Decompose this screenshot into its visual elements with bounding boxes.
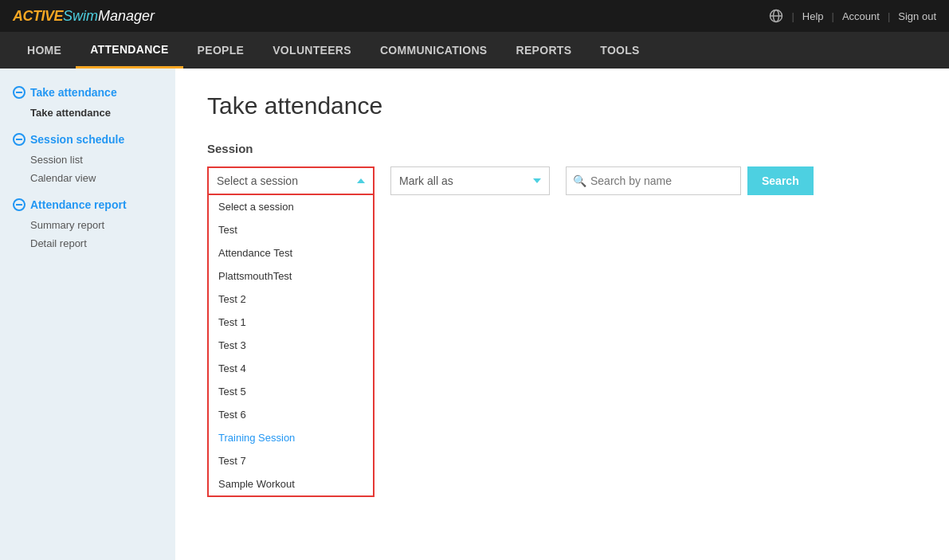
dropdown-item-7[interactable]: Test 4	[209, 357, 373, 380]
nav-attendance[interactable]: ATTENDANCE	[76, 32, 182, 69]
sidebar-section-take-attendance: Take attendance Take attendance	[0, 81, 175, 122]
mark-all-label: Mark all as	[399, 174, 453, 187]
search-button[interactable]: Search	[747, 166, 814, 195]
session-dropdown-button[interactable]: Select a session	[207, 166, 375, 195]
account-link[interactable]: Account	[842, 10, 880, 22]
sidebar-section-session-schedule: Session schedule Session list Calendar v…	[0, 128, 175, 187]
sidebar-circle-icon-3	[13, 198, 25, 211]
top-bar: ACTIVE Swim Manager | Help | Account | S…	[0, 0, 949, 32]
dropdown-item-6[interactable]: Test 3	[209, 334, 373, 357]
chevron-down-icon	[533, 178, 541, 183]
dropdown-item-1[interactable]: Test	[209, 218, 373, 241]
sidebar: Take attendance Take attendance Session …	[0, 69, 175, 560]
dropdown-item-5[interactable]: Test 1	[209, 311, 373, 334]
dropdown-item-12[interactable]: Sample Workout	[209, 472, 373, 495]
main-content: Take attendance Session Select a session…	[175, 69, 949, 560]
logo-active: ACTIVE	[13, 8, 63, 25]
controls-row: Select a session Select a session Test A…	[207, 166, 917, 195]
session-dropdown-selected-label: Select a session	[217, 174, 298, 187]
nav-volunteers[interactable]: VOLUNTEERS	[258, 32, 366, 69]
signout-link[interactable]: Sign out	[898, 10, 936, 22]
sidebar-circle-icon-2	[13, 133, 25, 146]
sidebar-parent-label-2: Session schedule	[30, 133, 124, 146]
nav-home[interactable]: HOME	[13, 32, 76, 69]
sidebar-circle-icon	[13, 86, 25, 99]
logo: ACTIVE Swim Manager	[13, 8, 155, 25]
nav-reports[interactable]: REPORTS	[502, 32, 586, 69]
dropdown-item-8[interactable]: Test 5	[209, 380, 373, 403]
nav-people[interactable]: PEOPLE	[183, 32, 259, 69]
logo-swim: Swim	[63, 8, 98, 25]
nav-tools[interactable]: TOOLS	[586, 32, 653, 69]
sidebar-parent-attendance-report[interactable]: Attendance report	[0, 194, 175, 216]
dropdown-item-2[interactable]: Attendance Test	[209, 241, 373, 264]
page-title: Take attendance	[207, 92, 917, 119]
search-wrapper: 🔍 Search	[566, 166, 814, 195]
session-dropdown-wrapper: Select a session Select a session Test A…	[207, 166, 375, 195]
dropdown-item-4[interactable]: Test 2	[209, 288, 373, 311]
sidebar-child-detail-report[interactable]: Detail report	[0, 234, 175, 253]
sidebar-section-attendance-report: Attendance report Summary report Detail …	[0, 194, 175, 253]
search-input[interactable]	[566, 166, 741, 195]
session-section-label: Session	[207, 142, 917, 155]
sidebar-parent-session-schedule[interactable]: Session schedule	[0, 128, 175, 151]
sidebar-child-session-list[interactable]: Session list	[0, 151, 175, 169]
mark-all-button[interactable]: Mark all as	[390, 166, 550, 195]
logo-manager: Manager	[98, 8, 155, 25]
top-right-links: | Help | Account | Sign out	[769, 9, 936, 23]
chevron-up-icon	[357, 178, 365, 183]
dropdown-item-9[interactable]: Test 6	[209, 403, 373, 426]
dropdown-item-3[interactable]: PlattsmouthTest	[209, 264, 373, 288]
sidebar-parent-take-attendance[interactable]: Take attendance	[0, 81, 175, 104]
sidebar-parent-label: Take attendance	[30, 86, 117, 99]
layout: Take attendance Take attendance Session …	[0, 69, 949, 560]
help-link[interactable]: Help	[802, 10, 824, 22]
sidebar-child-take-attendance[interactable]: Take attendance	[0, 104, 175, 122]
dropdown-item-11[interactable]: Test 7	[209, 449, 373, 472]
dropdown-item-0[interactable]: Select a session	[209, 195, 373, 218]
globe-icon	[769, 9, 783, 23]
mark-all-wrapper: Mark all as	[390, 166, 550, 195]
nav-communications[interactable]: COMMUNICATIONS	[366, 32, 502, 69]
sidebar-child-summary-report[interactable]: Summary report	[0, 216, 175, 234]
session-dropdown-list: Select a session Test Attendance Test Pl…	[207, 195, 375, 497]
search-icon: 🔍	[573, 174, 586, 187]
sidebar-child-calendar-view[interactable]: Calendar view	[0, 169, 175, 187]
sidebar-parent-label-3: Attendance report	[30, 198, 127, 211]
search-input-wrap: 🔍	[566, 166, 741, 195]
nav-bar: HOME ATTENDANCE PEOPLE VOLUNTEERS COMMUN…	[0, 32, 949, 69]
dropdown-item-10[interactable]: Training Session	[209, 426, 373, 449]
